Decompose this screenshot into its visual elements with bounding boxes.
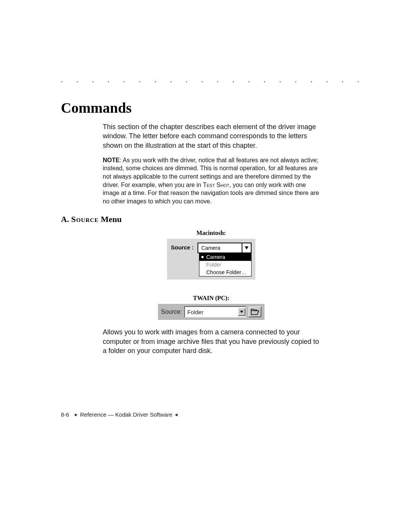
mac-caption: Macintosh: (196, 230, 226, 236)
triangle-right-icon: ► (74, 412, 78, 417)
subsection-heading: A. Source Menu (61, 214, 365, 224)
subsection-prefix: A. (61, 214, 71, 224)
note-label: NOTE (103, 157, 119, 163)
mac-source-widget: Source : Camera Camera Folder Choose Fol… (167, 239, 255, 280)
note-paragraph: NOTE: As you work with the driver, notic… (103, 156, 320, 206)
pc-source-widget: Source: Folder (158, 304, 264, 320)
svg-marker-1 (240, 311, 243, 313)
footer-text: Reference — Kodak Driver Software (78, 411, 174, 418)
pc-source-value: Folder (185, 309, 238, 315)
triangle-left-icon: ◄ (174, 412, 178, 417)
figures-wrap: Macintosh: Source : Camera Camera Folder… (103, 228, 320, 328)
mac-menu-item-camera[interactable]: Camera (199, 253, 251, 261)
svg-marker-0 (245, 246, 249, 249)
section-title: Commands (61, 99, 365, 116)
document-page: . . . . . . . . . . . . . . . . . . . . … (0, 0, 411, 532)
note-smallcaps: Test Shot (203, 182, 229, 188)
description-paragraph: Allows you to work with images from a ca… (103, 328, 320, 355)
body-column-2: Allows you to work with images from a ca… (103, 328, 320, 355)
mac-source-menu: Camera Folder Choose Folder… (199, 253, 252, 276)
mac-source-label: Source : (171, 243, 194, 251)
body-column: This section of the chapter describes ea… (103, 122, 320, 205)
open-folder-icon (251, 309, 259, 315)
mac-source-row: Source : Camera (171, 243, 252, 253)
pc-caption: TWAIN (PC): (193, 295, 229, 302)
footer-page-number: 8-6 (61, 411, 69, 418)
pc-browse-folder-button[interactable] (249, 307, 261, 317)
dotted-rule: . . . . . . . . . . . . . . . . . . . . … (61, 76, 365, 84)
pc-combo-arrow-button[interactable] (238, 308, 245, 316)
mac-menu-item-choose-folder[interactable]: Choose Folder… (199, 268, 251, 276)
mac-source-popup[interactable]: Camera (198, 243, 252, 253)
triangle-down-icon (240, 311, 243, 313)
intro-paragraph: This section of the chapter describes ea… (103, 122, 320, 150)
mac-menu-item-folder: Folder (199, 261, 251, 268)
mac-source-value: Camera (198, 245, 242, 251)
subsection-caps: Source (71, 214, 99, 224)
pc-source-combo[interactable]: Folder (184, 306, 246, 318)
pc-source-label: Source: (161, 308, 182, 315)
mac-popup-arrow-button[interactable] (242, 243, 251, 252)
triangle-down-icon (245, 246, 249, 249)
page-footer: 8-6 ► Reference — Kodak Driver Software … (61, 411, 178, 418)
subsection-suffix: Menu (99, 214, 122, 224)
